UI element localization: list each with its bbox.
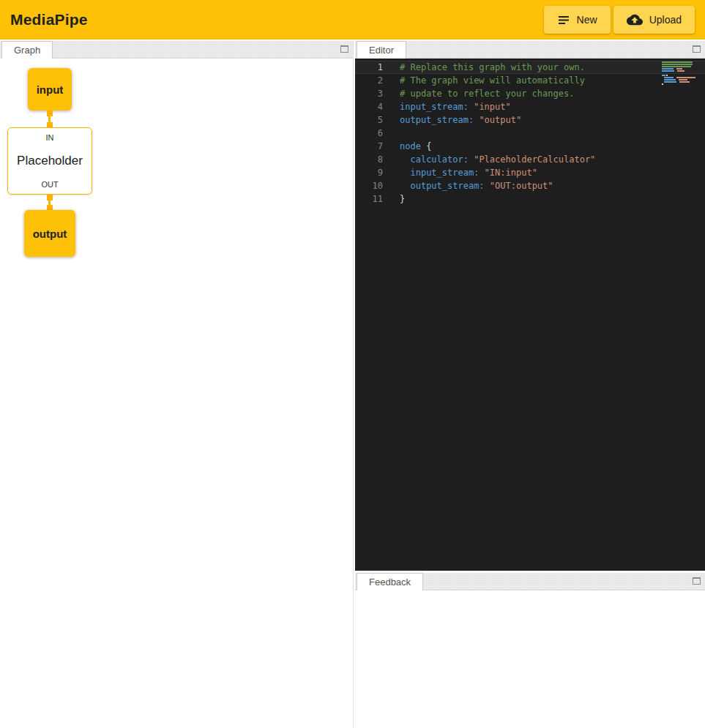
- code-token-plain[interactable]: {: [421, 141, 431, 151]
- code-text[interactable]: # Replace this graph with your own.: [400, 61, 585, 74]
- minimap-token: [662, 68, 674, 70]
- graph-node-output[interactable]: output: [24, 210, 75, 257]
- tab-editor[interactable]: Editor: [357, 41, 406, 59]
- code-text[interactable]: output_stream: "OUT:output": [400, 179, 553, 192]
- code-text[interactable]: }: [400, 192, 405, 206]
- minimap-token: [662, 77, 663, 78]
- editor-panel-bar: Editor: [355, 41, 705, 59]
- editor-panel: Editor 1# Replace this graph with your o…: [355, 41, 705, 571]
- code-token-plain[interactable]: [400, 154, 410, 165]
- minimap-token: [666, 75, 668, 76]
- minimap-token: [677, 70, 685, 72]
- new-button[interactable]: New: [544, 6, 611, 34]
- code-token-string[interactable]: "IN:input": [485, 168, 537, 178]
- code-text[interactable]: output_stream: "output": [400, 113, 521, 127]
- line-number: 10: [355, 179, 383, 192]
- upload-button[interactable]: Upload: [613, 6, 695, 34]
- app-header: MediaPipe New Upload: [0, 0, 705, 40]
- minimap-token: [662, 83, 663, 85]
- minimap-line: [662, 75, 695, 76]
- feedback-panel: Feedback: [355, 573, 705, 728]
- minimap-line: [662, 70, 695, 72]
- minimap-line: [662, 83, 695, 85]
- code-token-key[interactable]: output_stream:: [410, 181, 484, 191]
- code-token-key[interactable]: output_stream:: [400, 115, 474, 125]
- tab-graph[interactable]: Graph: [1, 41, 53, 59]
- code-token-string[interactable]: "OUT:output": [490, 181, 553, 191]
- minimap-line: [662, 79, 695, 80]
- graph-node-output-label: output: [33, 228, 67, 240]
- code-token-string[interactable]: "input": [474, 102, 511, 112]
- code-line[interactable]: 10 output_stream: "OUT:output": [355, 179, 705, 192]
- graph-panel: Graph input IN Placeholder OUT: [0, 41, 354, 728]
- code-token-key[interactable]: input_stream:: [400, 102, 469, 112]
- new-list-icon: [557, 13, 570, 26]
- code-token-comment[interactable]: # The graph view will automatically: [400, 75, 585, 86]
- code-text[interactable]: node {: [400, 140, 431, 153]
- editor-lines: 1# Replace this graph with your own.2# T…: [355, 61, 705, 206]
- minimap-token: [662, 75, 665, 76]
- code-token-key[interactable]: input_stream:: [410, 168, 479, 178]
- graph-node-placeholder[interactable]: IN Placeholder OUT: [7, 127, 92, 195]
- feedback-content: [355, 590, 705, 728]
- feedback-maximize-icon[interactable]: [693, 577, 701, 585]
- code-line[interactable]: 8 calculator: "PlaceholderCalculator": [355, 153, 705, 166]
- code-text[interactable]: input_stream: "input": [400, 100, 511, 113]
- code-token-plain[interactable]: [400, 181, 410, 191]
- graph-maximize-icon[interactable]: [340, 45, 348, 53]
- app-title: MediaPipe: [10, 11, 88, 29]
- minimap-token: [662, 66, 691, 67]
- line-number: 6: [355, 127, 383, 140]
- code-line[interactable]: 4input_stream: "input": [355, 100, 705, 113]
- code-token-plain[interactable]: [400, 168, 410, 178]
- editor-maximize-icon[interactable]: [693, 45, 701, 53]
- minimap-line: [662, 61, 695, 63]
- tab-feedback[interactable]: Feedback: [357, 573, 423, 590]
- minimap-token: [675, 70, 676, 72]
- line-number: 4: [355, 100, 383, 113]
- port-square: [47, 195, 53, 200]
- line-number: 2: [355, 74, 383, 87]
- code-token-string[interactable]: "PlaceholderCalculator": [474, 154, 595, 165]
- code-token-comment[interactable]: # update to reflect your changes.: [400, 89, 574, 99]
- graph-node-input[interactable]: input: [28, 68, 72, 110]
- code-line[interactable]: 7node {: [355, 140, 705, 153]
- code-token-string[interactable]: "output": [479, 115, 521, 125]
- code-token-key[interactable]: calculator:: [410, 154, 468, 165]
- minimap-token: [664, 77, 674, 78]
- minimap-token: [676, 79, 678, 80]
- editor-minimap[interactable]: [662, 61, 695, 86]
- minimap-line: [662, 77, 695, 78]
- minimap-token: [662, 70, 674, 72]
- code-text[interactable]: calculator: "PlaceholderCalculator": [400, 153, 595, 166]
- minimap-token: [674, 77, 676, 78]
- code-token-key[interactable]: node: [400, 141, 421, 151]
- code-text[interactable]: # The graph view will automatically: [400, 74, 585, 87]
- code-line[interactable]: 6: [355, 127, 705, 140]
- code-editor[interactable]: 1# Replace this graph with your own.2# T…: [355, 59, 705, 571]
- code-line[interactable]: 3# update to reflect your changes.: [355, 87, 705, 100]
- code-line[interactable]: 5output_stream: "output": [355, 113, 705, 127]
- code-line[interactable]: 11}: [355, 192, 705, 206]
- code-line[interactable]: 1# Replace this graph with your own.: [355, 61, 705, 74]
- placeholder-node-label: Placeholder: [17, 154, 83, 168]
- feedback-panel-bar: Feedback: [355, 573, 705, 590]
- minimap-token: [662, 64, 693, 65]
- minimap-line: [662, 81, 695, 83]
- placeholder-in-port-label: IN: [46, 133, 54, 142]
- code-token-comment[interactable]: # Replace this graph with your own.: [400, 62, 585, 72]
- code-text[interactable]: # update to reflect your changes.: [400, 87, 574, 100]
- minimap-token: [679, 79, 687, 80]
- graph-canvas[interactable]: input IN Placeholder OUT output: [0, 59, 353, 728]
- minimap-token: [679, 81, 690, 83]
- line-number: 11: [355, 192, 383, 206]
- minimap-token: [677, 81, 679, 83]
- code-line[interactable]: 2# The graph view will automatically: [355, 74, 705, 87]
- line-number: 8: [355, 153, 383, 166]
- code-text[interactable]: input_stream: "IN:input": [400, 166, 537, 179]
- code-token-plain[interactable]: [485, 181, 490, 191]
- code-token-plain[interactable]: }: [400, 194, 405, 204]
- minimap-token: [662, 81, 663, 83]
- code-line[interactable]: 9 input_stream: "IN:input": [355, 166, 705, 179]
- code-token-plain[interactable]: [479, 168, 484, 178]
